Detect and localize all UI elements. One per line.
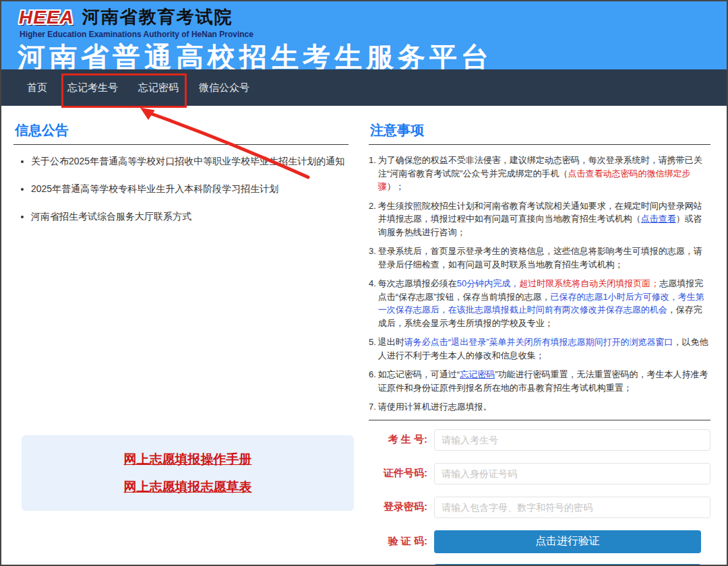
login-text-input[interactable] — [434, 497, 710, 518]
announcements-title: 信息公告 — [15, 121, 348, 139]
inline-link[interactable]: 忘记密码 — [460, 369, 495, 379]
nav-item[interactable]: 忘记考生号 — [67, 82, 118, 94]
form-row: 证件号码: — [369, 463, 710, 484]
notice-number: 1. — [369, 154, 378, 193]
notice-item: 2. 考生须按照院校招生计划和河南省教育考试院相关通知要求，在规定时间内登录网站… — [369, 199, 710, 239]
announcements-section: 信息公告 关于公布2025年普通高等学校对口招收中等职业学校毕业生招生计划的通知… — [13, 121, 348, 239]
notice-item: 1. 为了确保您的权益不受非法侵害，建议绑定动态密码，每次登录系统时，请携带已关… — [369, 154, 710, 193]
notice-number: 3. — [369, 245, 378, 271]
notice-number: 7. — [369, 400, 378, 414]
captcha-button[interactable]: 点击进行验证 — [434, 530, 701, 553]
notice-number: 4. — [369, 277, 378, 329]
form-row: 登录密码: — [369, 497, 710, 518]
nav-item[interactable]: 忘记密码 — [138, 82, 179, 94]
logo-row: HEEA 河南省教育考试院 — [19, 5, 233, 29]
inline-link[interactable]: 点击查看 — [641, 214, 676, 224]
login-text-input[interactable] — [434, 463, 710, 484]
captcha-label: 验 证 码: — [369, 535, 434, 548]
manual-panel: 网上志愿填报操作手册 网上志愿填报志愿草表 — [22, 435, 354, 511]
text-segment: 50分钟内完成， — [457, 278, 519, 288]
text-segment: 请务必点击“退出登录”菜单并关闭所有填报志愿期间打开的浏览器窗口 — [404, 337, 673, 347]
text-segment: 退出时 — [378, 337, 404, 347]
field-label: 考 生 号: — [369, 433, 434, 446]
announcement-link[interactable]: 河南省招生考试综合服务大厅联系方式 — [31, 211, 348, 223]
login-form: 考 生 号: 证件号码: 登录密码: 验 证 码: 点击进行验证 — [369, 429, 710, 566]
site-header: HEEA 河南省教育考试院 Higher Education Examinati… — [1, 1, 727, 69]
nav-item[interactable]: 首页 — [27, 82, 47, 94]
main-nav: 首页 忘记考生号 忘记密码 微信公众号 — [1, 69, 727, 106]
form-row: 考 生 号: — [369, 429, 710, 451]
login-button[interactable]: 登录 — [434, 564, 701, 566]
text-segment: 超过时限系统将自动关闭填报页面； — [519, 278, 659, 288]
org-name-cn: 河南省教育考试院 — [82, 5, 233, 29]
notices-list: 1. 为了确保您的权益不受非法侵害，建议绑定动态密码，每次登录系统时，请携带已关… — [369, 154, 710, 414]
login-row: 登录 — [369, 564, 710, 566]
notice-item: 4. 每次志愿填报必须在50分钟内完成，超过时限系统将自动关闭填报页面；志愿填报… — [369, 277, 710, 329]
divider — [13, 144, 348, 145]
org-name-en: Higher Education Examinations Authority … — [20, 30, 253, 39]
manual-link[interactable]: 网上志愿填报志愿草表 — [124, 478, 252, 496]
notices-section: 注意事项 1. 为了确保您的权益不受非法侵害，建议绑定动态密码，每次登录系统时，… — [369, 121, 710, 566]
text-segment: 如忘记密码，可通过“ — [378, 369, 460, 379]
field-label: 登录密码: — [369, 501, 434, 513]
notice-number: 2. — [369, 199, 378, 239]
divider — [369, 420, 710, 420]
notice-number: 6. — [369, 368, 378, 394]
notice-text: 考生须按照院校招生计划和河南省教育考试院相关通知要求，在规定时间内登录网站并填报… — [378, 199, 710, 239]
announcement-link[interactable]: 关于公布2025年普通高等学校对口招收中等职业学校毕业生招生计划的通知 — [31, 156, 348, 168]
notice-item: 3. 登录系统后，首页显示登录考生的资格信息，这些信息将影响考生可填报的志愿，请… — [369, 245, 710, 271]
text-segment: 每次志愿填报必须在 — [378, 278, 457, 288]
announcements-list: 关于公布2025年普通高等学校对口招收中等职业学校毕业生招生计划的通知 2025… — [13, 156, 348, 223]
notice-item: 7. 请使用计算机进行志愿填报。 — [369, 400, 710, 414]
announcement-link[interactable]: 2025年普通高等学校专科毕业生升入本科阶段学习招生计划 — [31, 183, 348, 195]
notice-text: 如忘记密码，可通过“忘记密码”功能进行密码重置，无法重置密码的，考生本人持准考证… — [378, 368, 710, 394]
notice-text: 每次志愿填报必须在50分钟内完成，超过时限系统将自动关闭填报页面；志愿填报完点击… — [378, 277, 710, 329]
notice-item: 6. 如忘记密码，可通过“忘记密码”功能进行密码重置，无法重置密码的，考生本人持… — [369, 368, 710, 394]
notice-number: 5. — [369, 336, 378, 362]
nav-item[interactable]: 微信公众号 — [199, 82, 249, 94]
notice-text: 请使用计算机进行志愿填报。 — [378, 400, 710, 414]
text-segment: 登录系统后，首页显示登录考生的资格信息，这些信息将影响考生可填报的志愿，请登录后… — [378, 246, 702, 270]
text-segment: 请使用计算机进行志愿填报。 — [378, 402, 492, 412]
login-text-input[interactable] — [434, 429, 710, 451]
divider — [369, 144, 710, 145]
notice-text: 退出时请务必点击“退出登录”菜单并关闭所有填报志愿期间打开的浏览器窗口，以免他人… — [378, 336, 710, 362]
heea-logo-icon: HEEA — [19, 7, 74, 28]
notice-item: 5. 退出时请务必点击“退出登录”菜单并关闭所有填报志愿期间打开的浏览器窗口，以… — [369, 336, 710, 362]
notices-title: 注意事项 — [370, 121, 710, 139]
notice-text: 登录系统后，首页显示登录考生的资格信息，这些信息将影响考生可填报的志愿，请登录后… — [378, 245, 710, 271]
page: HEEA 河南省教育考试院 Higher Education Examinati… — [0, 0, 728, 566]
field-label: 证件号码: — [369, 467, 434, 480]
manual-link[interactable]: 网上志愿填报操作手册 — [124, 451, 252, 468]
login-fields: 考 生 号: 证件号码: 登录密码: — [369, 429, 710, 518]
captcha-row: 验 证 码: 点击进行验证 — [369, 530, 710, 553]
text-segment: ）； — [387, 181, 404, 191]
notice-text: 为了确保您的权益不受非法侵害，建议绑定动态密码，每次登录系统时，请携带已关注“河… — [378, 154, 710, 193]
